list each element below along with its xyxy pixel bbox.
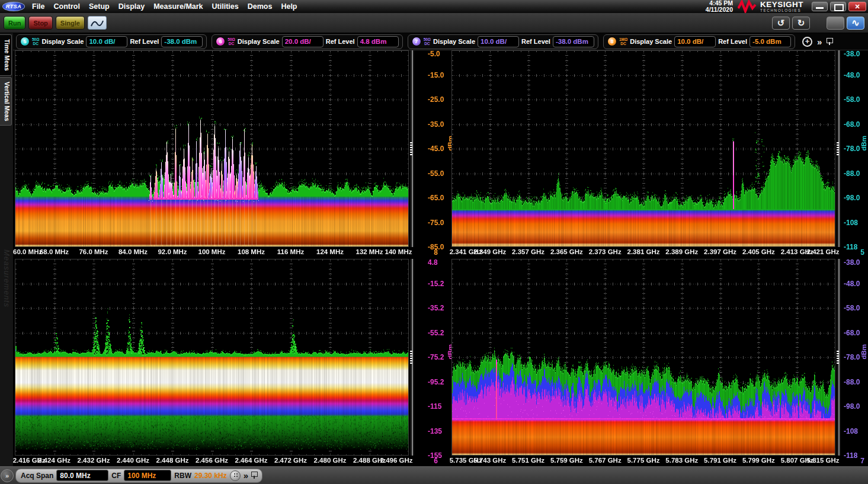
x-tick-label: 2.373 GHz <box>589 248 622 255</box>
y-tick-label: -88.0 <box>844 378 860 386</box>
cf-field[interactable]: 100 MHz <box>124 470 171 481</box>
ref-level-field[interactable]: -38.0 dBm <box>553 36 594 47</box>
menu-utilities[interactable]: Utilities <box>212 2 239 11</box>
y-tick-label: -135 <box>428 427 442 435</box>
ref-level-indicator[interactable] <box>837 142 839 155</box>
spectrum-canvas-7[interactable] <box>451 259 835 456</box>
impedance-text: 50Ω <box>424 37 431 41</box>
autoscale-button[interactable] <box>88 16 107 30</box>
display-scale-label: Display Scale <box>41 38 84 45</box>
ref-level-field[interactable]: 4.8 dBm <box>357 36 399 47</box>
menu-demos[interactable]: Demos <box>248 2 273 11</box>
trace-number-badge[interactable]: 6 <box>216 37 225 46</box>
marker-tool-button[interactable] <box>827 17 844 30</box>
ref-level-indicator[interactable] <box>410 351 412 364</box>
x-axis-labels: 5.735 GHz5.743 GHz5.751 GHz5.759 GHz5.76… <box>441 456 868 466</box>
status-expander-button[interactable]: » <box>1 469 14 482</box>
x-tick-label: 2.389 GHz <box>665 248 698 255</box>
y-tick-label: -108 <box>844 219 858 227</box>
ref-level-scrollbar[interactable] <box>837 50 841 247</box>
x-tick-label: 116 MHz <box>277 248 304 255</box>
trace-number-badge[interactable]: 7 <box>412 37 421 46</box>
spectrum-canvas-6[interactable] <box>15 259 409 456</box>
undo-button[interactable]: ↺ <box>772 17 790 30</box>
menu-display[interactable]: Display <box>118 2 145 11</box>
knob-icon[interactable] <box>230 470 241 481</box>
menu-measure-mark[interactable]: Measure/Mark <box>153 2 203 11</box>
trace-group-7: 750ΩDCDisplay Scale10.0 dB/Ref Level-38.… <box>408 34 598 49</box>
coupling-text: DC <box>32 41 39 46</box>
x-tick-label: 76.0 MHz <box>79 248 108 255</box>
y-axis-labels: -38.0-48.0-58.0-68.0-78.0-88.0-98.0-108-… <box>842 259 868 456</box>
x-tick-label: 2.496 GHz <box>380 457 413 464</box>
menu-setup[interactable]: Setup <box>89 2 110 11</box>
restore-button[interactable] <box>830 2 846 11</box>
x-tick-label: 124 MHz <box>316 248 344 255</box>
ref-level-scrollbar[interactable] <box>410 50 414 247</box>
ref-level-label: Ref Level <box>130 38 159 45</box>
x-tick-label: 132 MHz <box>355 248 383 255</box>
y-tick-label: -58.0 <box>844 95 860 104</box>
status-chevrons-icon[interactable]: » <box>244 470 248 480</box>
ref-level-scrollbar[interactable] <box>410 259 414 456</box>
rtsa-logo[interactable]: RTSA <box>2 2 25 11</box>
sidebar-tab-vertical-meas[interactable]: Vertical Meas <box>0 77 12 126</box>
auto-range-button[interactable]: ∿ <box>847 17 864 30</box>
rbw-value: 29.30 kHz <box>194 472 227 480</box>
spectrum-canvas-8[interactable] <box>15 50 409 247</box>
run-button[interactable]: Run <box>4 16 25 30</box>
ref-level-indicator[interactable] <box>410 142 412 155</box>
spectrum-canvas-5[interactable] <box>451 50 835 247</box>
stop-button[interactable]: Stop <box>28 16 52 30</box>
minimize-button[interactable] <box>812 2 828 11</box>
display-scale-label: Display Scale <box>630 38 672 45</box>
y-tick-label: -58.0 <box>844 304 860 312</box>
coupling-badge: 1MΩDC <box>619 37 627 46</box>
trace-number-badge[interactable]: 8 <box>607 37 617 46</box>
display-scale-field[interactable]: 10.0 dB/ <box>674 36 716 47</box>
status-pin-icon[interactable] <box>251 472 257 479</box>
y-tick-label: 4.8 <box>428 258 438 267</box>
menu-help[interactable]: Help <box>281 2 297 11</box>
keysight-logo: KEYSIGHT TECHNOLOGIES <box>738 0 803 13</box>
x-tick-label: 68.0 MHz <box>40 248 69 255</box>
window-number-badge: 7 <box>860 457 864 465</box>
display-scale-field[interactable]: 10.0 dB/ <box>478 36 519 47</box>
add-trace-button[interactable]: + <box>802 37 812 47</box>
x-tick-label: 108 MHz <box>238 248 265 255</box>
coupling-badge: 50ΩDC <box>424 37 431 46</box>
autoscale-curve-icon <box>90 18 104 28</box>
x-tick-label: 92.0 MHz <box>158 248 187 255</box>
display-scale-field[interactable]: 10.0 dB/ <box>86 36 127 47</box>
close-button[interactable]: ✕ <box>848 2 866 11</box>
redo-button[interactable]: ↻ <box>792 17 810 30</box>
y-tick-label: -78.0 <box>844 145 860 153</box>
y-tick-label: -115 <box>428 402 441 411</box>
menu-control[interactable]: Control <box>54 2 80 11</box>
expand-chevrons-icon[interactable]: » <box>817 37 822 47</box>
window-number-badge: 6 <box>434 457 438 465</box>
y-tick-label: -38.0 <box>844 50 860 58</box>
keysight-spark-icon <box>738 0 758 13</box>
single-button[interactable]: Single <box>56 16 85 30</box>
x-tick-label: 2.365 GHz <box>550 248 583 255</box>
x-tick-label: 5.815 GHz <box>807 457 840 464</box>
menu-bar: FileControlSetupDisplayMeasure/MarkUtili… <box>32 2 297 11</box>
toolbar-right: ↺ ↻ ∿ <box>772 17 864 30</box>
coupling-text: DC <box>619 41 627 46</box>
display-scale-field[interactable]: 20.0 dB/ <box>282 36 324 47</box>
ref-level-scrollbar[interactable] <box>837 259 841 456</box>
trace-bar-tail: + » <box>802 37 832 47</box>
trace-number-badge[interactable]: 5 <box>20 37 30 46</box>
ref-level-field[interactable]: -5.0 dBm <box>750 36 791 47</box>
sidebar-tab-time-meas[interactable]: Time Meas <box>0 34 12 76</box>
display-scale-label: Display Scale <box>238 38 280 45</box>
coupling-badge: 50ΩDC <box>228 37 235 46</box>
acq-span-field[interactable]: 80.0 MHz <box>56 470 108 481</box>
coupling-text: DC <box>228 41 235 46</box>
y-tick-label: -5.0 <box>428 50 440 58</box>
ref-level-indicator[interactable] <box>837 351 839 364</box>
ref-level-field[interactable]: -38.0 dBm <box>161 36 203 47</box>
menu-file[interactable]: File <box>32 2 45 11</box>
pin-icon[interactable] <box>827 38 832 46</box>
